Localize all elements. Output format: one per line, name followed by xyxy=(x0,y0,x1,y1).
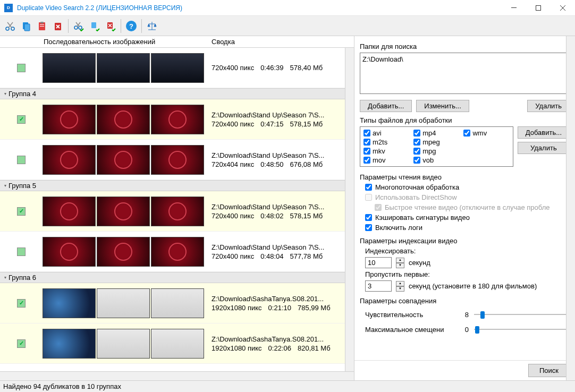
delete-icon[interactable] xyxy=(51,19,65,33)
filetype-label: avi xyxy=(373,129,382,137)
help-icon[interactable]: ? xyxy=(124,19,138,33)
row-checkbox[interactable] xyxy=(17,115,26,124)
thumbnail xyxy=(43,105,96,134)
results-scrollbar[interactable] xyxy=(345,48,354,371)
file-path: Z:\Download\Stand Up\Season 7\S... xyxy=(212,243,341,251)
index-params-label: Параметры индексации видео xyxy=(360,237,570,245)
filetype-checkbox[interactable] xyxy=(363,148,370,155)
row-checkbox[interactable] xyxy=(17,299,26,308)
result-row[interactable]: Z:\Download\SashaTanya.S08.201...1920x10… xyxy=(0,283,345,323)
group-header[interactable]: ▾Группа 6 xyxy=(0,272,345,283)
copy-check-icon[interactable] xyxy=(88,19,102,33)
results-list[interactable]: 720x400 пикс0:46:39578,40 Мб▾Группа 4Z:\… xyxy=(0,48,345,371)
cache-checkbox[interactable]: Кэшировать сигнатуры видео xyxy=(365,214,570,221)
filetype-checkbox[interactable] xyxy=(413,130,420,137)
row-checkbox[interactable] xyxy=(17,156,26,164)
search-button[interactable]: Поиск xyxy=(528,364,570,377)
settings-scrollbar[interactable] xyxy=(566,36,575,380)
spin-up-icon[interactable]: ▲ xyxy=(396,258,404,263)
result-row[interactable]: Z:\Download\Stand Up\Season 7\S...720x40… xyxy=(0,191,345,232)
filetype-checkbox[interactable] xyxy=(413,157,420,164)
file-path: Z:\Download\Stand Up\Season 7\S... xyxy=(212,151,341,159)
filetype-vob[interactable]: vob xyxy=(413,156,459,164)
resolution: 720x400 пикс xyxy=(212,252,254,260)
filetype-mov[interactable]: mov xyxy=(363,156,409,164)
thumbnail xyxy=(151,197,204,226)
multithread-checkbox[interactable]: Многопоточная обработка xyxy=(365,183,570,191)
skip-unit: секунд (установите в 180 для фильмов) xyxy=(409,282,537,290)
balance-icon[interactable] xyxy=(145,19,159,33)
thumbnails xyxy=(43,327,207,361)
row-checkbox[interactable] xyxy=(17,64,26,72)
toolbar: ? xyxy=(0,16,575,36)
filetype-checkbox[interactable] xyxy=(413,148,420,155)
delete-folder-button[interactable]: Удалить xyxy=(527,100,570,112)
svg-rect-7 xyxy=(40,22,44,23)
folders-input[interactable]: Z:\Download\ xyxy=(360,53,570,94)
thumbnails xyxy=(43,51,207,85)
minimize-button[interactable] xyxy=(502,0,526,16)
copy-icon[interactable] xyxy=(19,19,33,33)
col-thumbnails[interactable]: Последовательность изображений xyxy=(43,38,207,46)
filetype-mkv[interactable]: mkv xyxy=(363,147,409,155)
sensitivity-value: 8 xyxy=(458,311,469,319)
filetype-label: vob xyxy=(422,156,434,164)
filetype-wmv[interactable]: wmv xyxy=(463,129,509,137)
results-h-scrollbar[interactable] xyxy=(0,371,354,380)
logs-checkbox[interactable]: Включить логи xyxy=(365,224,570,232)
filetype-mpg[interactable]: mpg xyxy=(413,147,459,155)
result-row[interactable]: Z:\Download\Stand Up\Season 7\S...720x40… xyxy=(0,140,345,180)
col-summary[interactable]: Сводка xyxy=(207,38,345,46)
group-header[interactable]: ▾Группа 4 xyxy=(0,88,345,99)
filetype-checkbox[interactable] xyxy=(463,130,470,137)
duration: 0:48:02 xyxy=(260,212,283,220)
thumbnail xyxy=(43,53,96,83)
result-row[interactable]: 720x400 пикс0:46:39578,40 Мб xyxy=(0,48,345,88)
group-header[interactable]: ▾Группа 5 xyxy=(0,180,345,191)
result-row[interactable]: Z:\Download\SashaTanya.S08.201...1920x10… xyxy=(0,323,345,364)
spin-down-icon[interactable]: ▼ xyxy=(396,286,404,292)
delete-check-icon[interactable] xyxy=(104,19,117,33)
collapse-icon[interactable]: ▾ xyxy=(4,183,6,188)
add-filetype-button[interactable]: Добавить... xyxy=(518,126,570,139)
thumbnail xyxy=(43,329,96,359)
close-button[interactable] xyxy=(551,0,575,16)
maxoffset-slider[interactable] xyxy=(474,324,570,335)
result-row[interactable]: Z:\Download\Stand Up\Season 7\S...720x40… xyxy=(0,99,345,140)
paste-icon[interactable] xyxy=(35,19,49,33)
thumbnail xyxy=(151,237,204,267)
filetype-mpeg[interactable]: mpeg xyxy=(413,138,459,146)
collapse-icon[interactable]: ▾ xyxy=(4,91,6,96)
result-row[interactable]: Z:\Download\Stand Up\Season 7\S...720x40… xyxy=(0,232,345,272)
filetype-checkbox[interactable] xyxy=(363,157,370,164)
filetype-label: mkv xyxy=(373,147,385,155)
titlebar: D Duplicate Video Search 2.2 (ЛИЦЕНЗИОНН… xyxy=(0,0,575,16)
thumbnail xyxy=(151,145,204,175)
filetype-checkbox[interactable] xyxy=(363,130,370,137)
spin-up-icon[interactable]: ▲ xyxy=(396,281,404,286)
filetype-checkbox[interactable] xyxy=(413,139,420,146)
filetype-avi[interactable]: avi xyxy=(363,129,409,137)
row-checkbox[interactable] xyxy=(17,207,26,216)
edit-folder-button[interactable]: Изменить... xyxy=(416,100,469,112)
thumbnail xyxy=(151,105,204,134)
sensitivity-label: Чувствительность xyxy=(365,311,453,319)
maximize-button[interactable] xyxy=(526,0,551,16)
cut-icon[interactable] xyxy=(3,19,17,33)
filetype-m2ts[interactable]: m2ts xyxy=(363,138,409,146)
delete-filetype-button[interactable]: Удалить xyxy=(518,142,570,154)
index-interval-input[interactable] xyxy=(365,257,392,268)
row-checkbox[interactable] xyxy=(17,248,26,256)
spin-down-icon[interactable]: ▼ xyxy=(396,263,404,268)
add-folder-button[interactable]: Добавить... xyxy=(360,100,412,112)
file-path: Z:\Download\Stand Up\Season 7\S... xyxy=(212,111,341,119)
skip-first-input[interactable] xyxy=(365,280,392,292)
cut-check-icon[interactable] xyxy=(72,19,86,33)
sensitivity-slider[interactable] xyxy=(474,309,570,320)
thumbnail xyxy=(97,237,150,267)
filetype-mp4[interactable]: mp4 xyxy=(413,129,459,137)
collapse-icon[interactable]: ▾ xyxy=(4,275,6,280)
row-checkbox[interactable] xyxy=(17,339,26,348)
filetype-checkbox[interactable] xyxy=(363,139,370,146)
filesize: 578,15 Мб xyxy=(290,212,323,220)
